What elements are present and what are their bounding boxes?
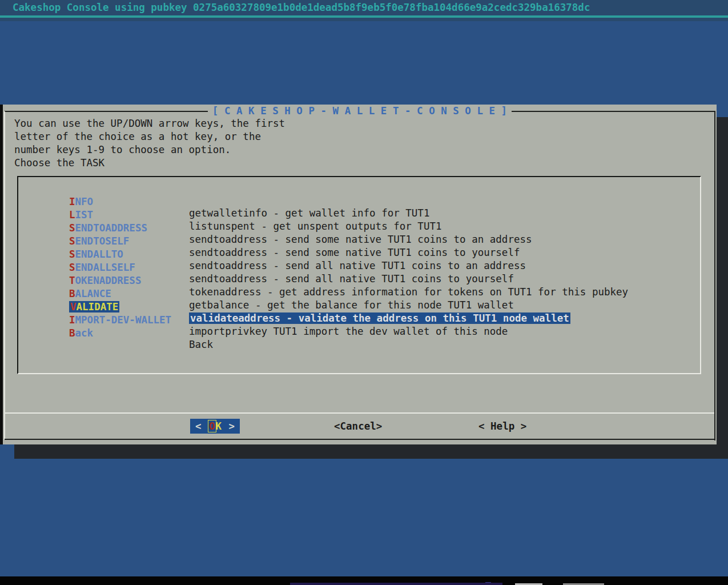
menu-tag: Back [69, 327, 93, 339]
menu-item-validate[interactable]: VALIDATE validateaddress - validate the … [18, 290, 700, 303]
ok-bracket-right: > [228, 419, 235, 434]
menu-item-list[interactable]: LIST listunspent - get unspent outputs f… [18, 198, 700, 211]
menu-item-sendtoself[interactable]: SENDTOSELF sendtoaddress - send some nat… [18, 224, 700, 237]
ok-bracket-left: < [195, 419, 202, 434]
menu-item-sendallto[interactable]: SENDALLTO sendtoaddress - send all nativ… [18, 237, 700, 250]
window-title: Cakeshop Console using pubkey 0275a60327… [13, 2, 590, 13]
taskbar-fragment-indigo [290, 583, 502, 585]
task-menu-listbox: INFO getwalletinfo - get wallet info for… [17, 176, 701, 374]
menu-item-sendtoaddress[interactable]: SENDTOADDRESS sendtoaddress - send some … [18, 211, 700, 224]
wallet-console-dialog: [ C A K E S H O P - W A L L E T - C O N … [3, 105, 717, 444]
dialog-top-border [5, 111, 715, 112]
menu-item-import-dev-wallet[interactable]: IMPORT-DEV-WALLET importprivkey TUT1 imp… [18, 303, 700, 316]
menu-item-info[interactable]: INFO getwalletinfo - get wallet info for… [18, 185, 700, 198]
ok-hotkey-cursor: O [208, 420, 216, 432]
terminal-screen: Cakeshop Console using pubkey 0275a60327… [0, 0, 728, 585]
menu-item-balance[interactable]: BALANCE getbalance - get the balance for… [18, 277, 700, 290]
dialog-border-bottom [5, 439, 715, 440]
dialog-border-left [4, 111, 5, 440]
ok-button[interactable]: < OK > [190, 419, 240, 434]
menu-item-tokenaddress[interactable]: TOKENADDRESS tokenaddress - get address … [18, 263, 700, 277]
menu-item-sendallself[interactable]: SENDALLSELF sendtoaddress - send all nat… [18, 250, 700, 263]
task-menu: INFO getwalletinfo - get wallet info for… [18, 185, 700, 329]
help-button[interactable]: < Help > [478, 419, 526, 434]
window-title-bar: Cakeshop Console using pubkey 0275a60327… [0, 0, 728, 15]
menu-desc: Back [189, 339, 213, 350]
title-bar-lower-strip [0, 18, 728, 21]
dialog-border-right [714, 111, 715, 440]
dialog-instructions: You can use the UP/DOWN arrow keys, the … [14, 117, 285, 170]
cancel-button[interactable]: <Cancel> [334, 419, 382, 434]
bottom-black-bar [0, 576, 728, 585]
menu-item-back[interactable]: Back Back [18, 316, 700, 329]
button-row-separator [5, 412, 714, 414]
ok-label: OK [208, 419, 222, 434]
